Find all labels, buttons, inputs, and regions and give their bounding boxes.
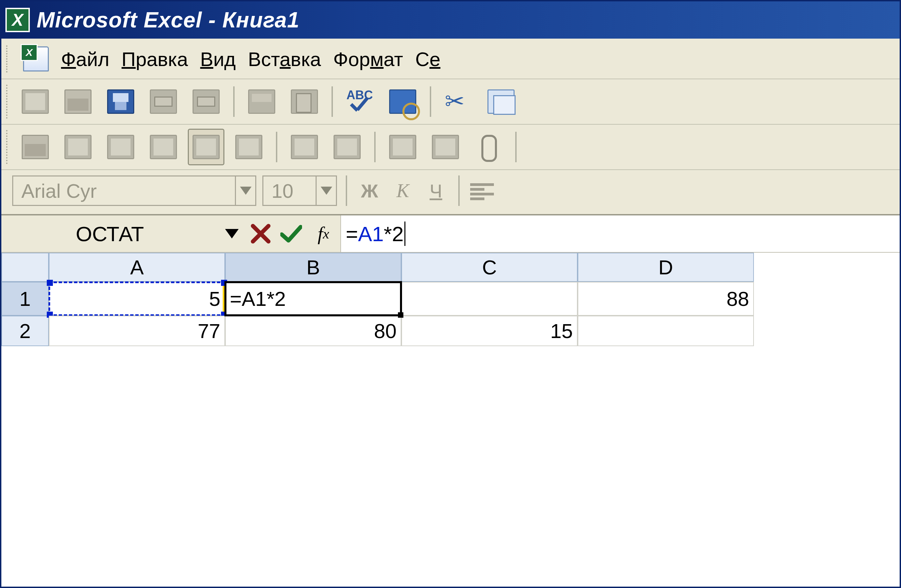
print-button[interactable]	[243, 83, 280, 120]
cell-B2[interactable]: 80	[225, 316, 401, 346]
row-1: 1 5 =A1*2 88	[2, 282, 899, 316]
col-header-D[interactable]: D	[578, 253, 754, 282]
col-header-B[interactable]: B	[225, 253, 401, 282]
tb2-btn-6[interactable]	[231, 129, 267, 165]
tb2-btn-5[interactable]	[188, 129, 224, 165]
tb2-btn-1[interactable]	[17, 129, 53, 165]
font-name-combo[interactable]: Arial Cyr	[12, 176, 256, 206]
permissions-icon	[150, 89, 177, 114]
toolbar-separator	[515, 132, 517, 162]
toolbar-grip[interactable]	[6, 130, 11, 164]
font-size-combo[interactable]: 10	[262, 176, 337, 206]
mail-icon	[193, 89, 220, 114]
menu-insert[interactable]: Вставка	[248, 48, 321, 70]
cut-button[interactable]	[440, 83, 477, 120]
cell-D1[interactable]: 88	[578, 282, 754, 316]
title-bar: Microsoft Excel - Книга1	[2, 2, 899, 39]
range-handle-icon[interactable]	[47, 280, 53, 286]
cell-value: 88	[726, 287, 749, 311]
open-button[interactable]	[60, 83, 96, 120]
permissions-button[interactable]	[145, 83, 182, 120]
tb2-btn-4[interactable]	[145, 129, 182, 165]
toolbar-grip[interactable]	[6, 85, 11, 118]
standard-toolbar: ABC	[2, 79, 899, 124]
tb2-btn-10[interactable]	[427, 129, 464, 165]
select-all-corner[interactable]	[2, 253, 49, 282]
save2-icon	[432, 135, 459, 159]
row-header-1[interactable]: 1	[2, 282, 49, 316]
text-cursor	[404, 221, 405, 246]
menu-edit[interactable]: Правка	[122, 48, 188, 70]
print-icon	[248, 89, 275, 114]
workbook-icon[interactable]	[23, 47, 49, 72]
cell-A1[interactable]: 5	[49, 282, 225, 316]
spellcheck-icon: ABC	[346, 89, 374, 114]
underline-button[interactable]: Ч	[422, 177, 449, 204]
cell-B1[interactable]: =A1*2	[225, 282, 401, 316]
print-preview-icon	[291, 89, 318, 114]
chevron-down-icon	[235, 176, 255, 205]
cell-C1[interactable]	[401, 282, 578, 316]
font-name-value: Arial Cyr	[13, 179, 105, 202]
toolbar-separator	[458, 176, 460, 206]
cell-value: 15	[550, 319, 573, 343]
toolbar-separator	[346, 176, 347, 206]
copy-button[interactable]	[483, 83, 519, 120]
toolbar-separator	[430, 86, 431, 117]
research-button[interactable]	[384, 83, 421, 120]
print-preview-button[interactable]	[286, 83, 323, 120]
italic-button[interactable]: К	[389, 177, 416, 204]
svg-marker-2	[225, 229, 238, 238]
menu-service[interactable]: Се	[415, 48, 440, 70]
cell-value: 77	[198, 319, 220, 343]
arrow-left-icon	[64, 135, 92, 159]
tb2-btn-11[interactable]	[470, 129, 507, 165]
enter-check-icon	[281, 225, 302, 243]
formula-bar: ОСТАТ fx =A1*2	[2, 215, 899, 253]
bold-button[interactable]: Ж	[356, 177, 383, 204]
insert-function-button[interactable]: fx	[306, 215, 340, 252]
cut-icon	[445, 89, 472, 114]
save-button[interactable]	[102, 83, 139, 120]
cell-value: =A1*2	[230, 287, 286, 311]
tb2-btn-8[interactable]	[329, 129, 365, 165]
formula-cancel-button[interactable]	[245, 215, 276, 252]
open2-icon	[389, 135, 416, 159]
research-icon	[389, 89, 416, 114]
menu-file[interactable]: Файл	[61, 48, 109, 70]
paperclip-icon	[475, 135, 502, 159]
svg-marker-1	[321, 187, 332, 195]
svg-marker-0	[240, 187, 251, 195]
window-title: Microsoft Excel - Книга1	[37, 8, 300, 33]
formula-text-ref: A1	[358, 222, 384, 246]
formula-text-eq: =	[346, 222, 358, 246]
new-button[interactable]	[17, 83, 53, 120]
toolbar-separator	[233, 86, 235, 117]
spellcheck-button[interactable]: ABC	[342, 83, 378, 120]
menubar-grip[interactable]	[6, 45, 11, 73]
tb2-btn-7[interactable]	[286, 129, 323, 165]
tb2-btn-9[interactable]	[384, 129, 421, 165]
cell-D2[interactable]	[578, 316, 754, 346]
toolbar-separator	[276, 132, 277, 162]
save-icon	[107, 89, 134, 114]
col-header-C[interactable]: C	[401, 253, 578, 282]
row-2: 2 77 80 15	[2, 316, 899, 346]
tb2-btn-2[interactable]	[60, 129, 96, 165]
align-left-button[interactable]	[468, 177, 496, 204]
formula-input[interactable]: =A1*2	[340, 215, 899, 252]
name-box-dropdown[interactable]	[218, 215, 245, 252]
col-header-A[interactable]: A	[49, 253, 225, 282]
mail-button[interactable]	[188, 83, 224, 120]
menu-format[interactable]: Формат	[333, 48, 403, 70]
tb2-btn-3[interactable]	[102, 129, 139, 165]
menu-bar: Файл Правка Вид Вставка Формат Се	[2, 39, 899, 79]
toolbar-separator	[374, 132, 376, 162]
name-box[interactable]: ОСТАТ	[2, 215, 218, 252]
cell-A2[interactable]: 77	[49, 316, 225, 346]
menu-view[interactable]: Вид	[200, 48, 236, 70]
select-icon	[291, 135, 318, 159]
formula-enter-button[interactable]	[276, 215, 306, 252]
row-header-2[interactable]: 2	[2, 316, 49, 346]
cell-C2[interactable]: 15	[401, 316, 578, 346]
